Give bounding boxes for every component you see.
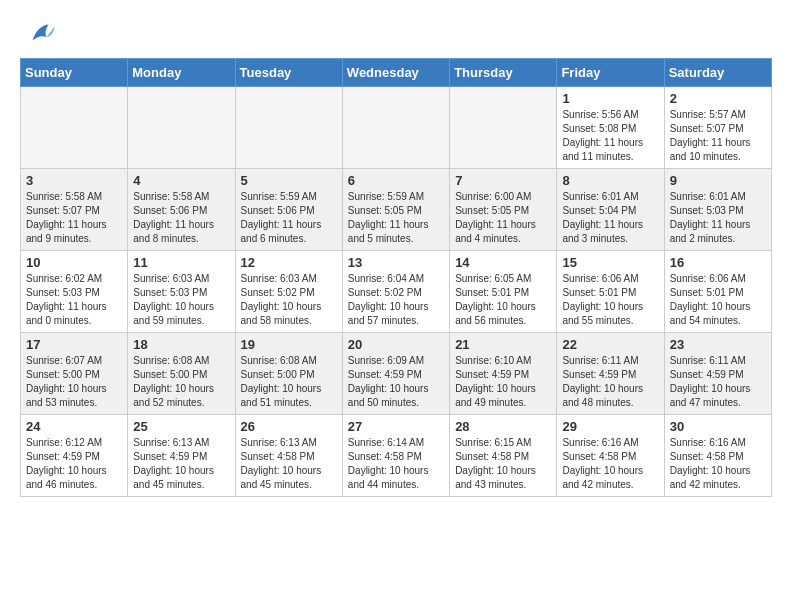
calendar-cell: 29Sunrise: 6:16 AM Sunset: 4:58 PM Dayli… — [557, 415, 664, 497]
calendar-cell: 18Sunrise: 6:08 AM Sunset: 5:00 PM Dayli… — [128, 333, 235, 415]
day-number: 25 — [133, 419, 229, 434]
calendar-cell: 25Sunrise: 6:13 AM Sunset: 4:59 PM Dayli… — [128, 415, 235, 497]
day-number: 26 — [241, 419, 337, 434]
day-number: 21 — [455, 337, 551, 352]
calendar-cell: 6Sunrise: 5:59 AM Sunset: 5:05 PM Daylig… — [342, 169, 449, 251]
calendar-cell — [21, 87, 128, 169]
calendar-cell: 4Sunrise: 5:58 AM Sunset: 5:06 PM Daylig… — [128, 169, 235, 251]
day-info: Sunrise: 6:08 AM Sunset: 5:00 PM Dayligh… — [241, 354, 337, 410]
day-info: Sunrise: 5:58 AM Sunset: 5:06 PM Dayligh… — [133, 190, 229, 246]
day-info: Sunrise: 6:06 AM Sunset: 5:01 PM Dayligh… — [562, 272, 658, 328]
day-number: 29 — [562, 419, 658, 434]
day-info: Sunrise: 6:16 AM Sunset: 4:58 PM Dayligh… — [562, 436, 658, 492]
day-number: 22 — [562, 337, 658, 352]
calendar-cell: 16Sunrise: 6:06 AM Sunset: 5:01 PM Dayli… — [664, 251, 771, 333]
day-info: Sunrise: 6:04 AM Sunset: 5:02 PM Dayligh… — [348, 272, 444, 328]
calendar-table: SundayMondayTuesdayWednesdayThursdayFrid… — [20, 58, 772, 497]
calendar-cell — [342, 87, 449, 169]
calendar-cell: 3Sunrise: 5:58 AM Sunset: 5:07 PM Daylig… — [21, 169, 128, 251]
day-number: 11 — [133, 255, 229, 270]
calendar-cell: 2Sunrise: 5:57 AM Sunset: 5:07 PM Daylig… — [664, 87, 771, 169]
day-number: 23 — [670, 337, 766, 352]
day-info: Sunrise: 6:06 AM Sunset: 5:01 PM Dayligh… — [670, 272, 766, 328]
day-number: 6 — [348, 173, 444, 188]
calendar-cell: 12Sunrise: 6:03 AM Sunset: 5:02 PM Dayli… — [235, 251, 342, 333]
day-info: Sunrise: 6:10 AM Sunset: 4:59 PM Dayligh… — [455, 354, 551, 410]
calendar-cell: 24Sunrise: 6:12 AM Sunset: 4:59 PM Dayli… — [21, 415, 128, 497]
day-number: 7 — [455, 173, 551, 188]
calendar-cell: 9Sunrise: 6:01 AM Sunset: 5:03 PM Daylig… — [664, 169, 771, 251]
day-info: Sunrise: 6:16 AM Sunset: 4:58 PM Dayligh… — [670, 436, 766, 492]
day-number: 24 — [26, 419, 122, 434]
day-number: 8 — [562, 173, 658, 188]
calendar-cell: 19Sunrise: 6:08 AM Sunset: 5:00 PM Dayli… — [235, 333, 342, 415]
day-info: Sunrise: 6:05 AM Sunset: 5:01 PM Dayligh… — [455, 272, 551, 328]
calendar-cell: 27Sunrise: 6:14 AM Sunset: 4:58 PM Dayli… — [342, 415, 449, 497]
day-number: 2 — [670, 91, 766, 106]
day-number: 13 — [348, 255, 444, 270]
day-info: Sunrise: 6:12 AM Sunset: 4:59 PM Dayligh… — [26, 436, 122, 492]
day-info: Sunrise: 6:13 AM Sunset: 4:58 PM Dayligh… — [241, 436, 337, 492]
day-number: 20 — [348, 337, 444, 352]
calendar-cell: 22Sunrise: 6:11 AM Sunset: 4:59 PM Dayli… — [557, 333, 664, 415]
day-number: 14 — [455, 255, 551, 270]
calendar-cell — [128, 87, 235, 169]
calendar-cell: 23Sunrise: 6:11 AM Sunset: 4:59 PM Dayli… — [664, 333, 771, 415]
calendar-cell: 20Sunrise: 6:09 AM Sunset: 4:59 PM Dayli… — [342, 333, 449, 415]
calendar-cell — [235, 87, 342, 169]
weekday-header-friday: Friday — [557, 59, 664, 87]
day-number: 5 — [241, 173, 337, 188]
day-info: Sunrise: 6:07 AM Sunset: 5:00 PM Dayligh… — [26, 354, 122, 410]
day-number: 15 — [562, 255, 658, 270]
logo — [24, 18, 58, 50]
day-info: Sunrise: 5:56 AM Sunset: 5:08 PM Dayligh… — [562, 108, 658, 164]
logo-icon — [26, 18, 58, 50]
calendar-cell: 21Sunrise: 6:10 AM Sunset: 4:59 PM Dayli… — [450, 333, 557, 415]
day-number: 10 — [26, 255, 122, 270]
calendar-cell: 26Sunrise: 6:13 AM Sunset: 4:58 PM Dayli… — [235, 415, 342, 497]
calendar-cell — [450, 87, 557, 169]
page-header — [0, 0, 792, 58]
day-number: 27 — [348, 419, 444, 434]
day-info: Sunrise: 6:01 AM Sunset: 5:04 PM Dayligh… — [562, 190, 658, 246]
day-number: 3 — [26, 173, 122, 188]
calendar-cell: 11Sunrise: 6:03 AM Sunset: 5:03 PM Dayli… — [128, 251, 235, 333]
day-number: 18 — [133, 337, 229, 352]
weekday-header-thursday: Thursday — [450, 59, 557, 87]
day-info: Sunrise: 6:11 AM Sunset: 4:59 PM Dayligh… — [562, 354, 658, 410]
day-number: 1 — [562, 91, 658, 106]
day-number: 4 — [133, 173, 229, 188]
day-number: 28 — [455, 419, 551, 434]
day-info: Sunrise: 5:59 AM Sunset: 5:06 PM Dayligh… — [241, 190, 337, 246]
calendar-cell: 1Sunrise: 5:56 AM Sunset: 5:08 PM Daylig… — [557, 87, 664, 169]
weekday-header-monday: Monday — [128, 59, 235, 87]
day-info: Sunrise: 6:13 AM Sunset: 4:59 PM Dayligh… — [133, 436, 229, 492]
calendar-cell: 13Sunrise: 6:04 AM Sunset: 5:02 PM Dayli… — [342, 251, 449, 333]
day-info: Sunrise: 6:01 AM Sunset: 5:03 PM Dayligh… — [670, 190, 766, 246]
calendar-cell: 30Sunrise: 6:16 AM Sunset: 4:58 PM Dayli… — [664, 415, 771, 497]
calendar-cell: 5Sunrise: 5:59 AM Sunset: 5:06 PM Daylig… — [235, 169, 342, 251]
day-number: 16 — [670, 255, 766, 270]
day-info: Sunrise: 5:59 AM Sunset: 5:05 PM Dayligh… — [348, 190, 444, 246]
weekday-header-sunday: Sunday — [21, 59, 128, 87]
calendar-cell: 14Sunrise: 6:05 AM Sunset: 5:01 PM Dayli… — [450, 251, 557, 333]
calendar-cell: 17Sunrise: 6:07 AM Sunset: 5:00 PM Dayli… — [21, 333, 128, 415]
calendar-cell: 15Sunrise: 6:06 AM Sunset: 5:01 PM Dayli… — [557, 251, 664, 333]
calendar-cell: 10Sunrise: 6:02 AM Sunset: 5:03 PM Dayli… — [21, 251, 128, 333]
day-info: Sunrise: 6:14 AM Sunset: 4:58 PM Dayligh… — [348, 436, 444, 492]
calendar-cell: 28Sunrise: 6:15 AM Sunset: 4:58 PM Dayli… — [450, 415, 557, 497]
calendar-cell: 8Sunrise: 6:01 AM Sunset: 5:04 PM Daylig… — [557, 169, 664, 251]
day-info: Sunrise: 6:03 AM Sunset: 5:02 PM Dayligh… — [241, 272, 337, 328]
day-number: 30 — [670, 419, 766, 434]
day-number: 9 — [670, 173, 766, 188]
day-info: Sunrise: 6:00 AM Sunset: 5:05 PM Dayligh… — [455, 190, 551, 246]
day-info: Sunrise: 5:57 AM Sunset: 5:07 PM Dayligh… — [670, 108, 766, 164]
day-number: 17 — [26, 337, 122, 352]
day-info: Sunrise: 6:02 AM Sunset: 5:03 PM Dayligh… — [26, 272, 122, 328]
calendar-cell: 7Sunrise: 6:00 AM Sunset: 5:05 PM Daylig… — [450, 169, 557, 251]
day-info: Sunrise: 5:58 AM Sunset: 5:07 PM Dayligh… — [26, 190, 122, 246]
day-info: Sunrise: 6:15 AM Sunset: 4:58 PM Dayligh… — [455, 436, 551, 492]
day-number: 19 — [241, 337, 337, 352]
weekday-header-wednesday: Wednesday — [342, 59, 449, 87]
weekday-header-tuesday: Tuesday — [235, 59, 342, 87]
